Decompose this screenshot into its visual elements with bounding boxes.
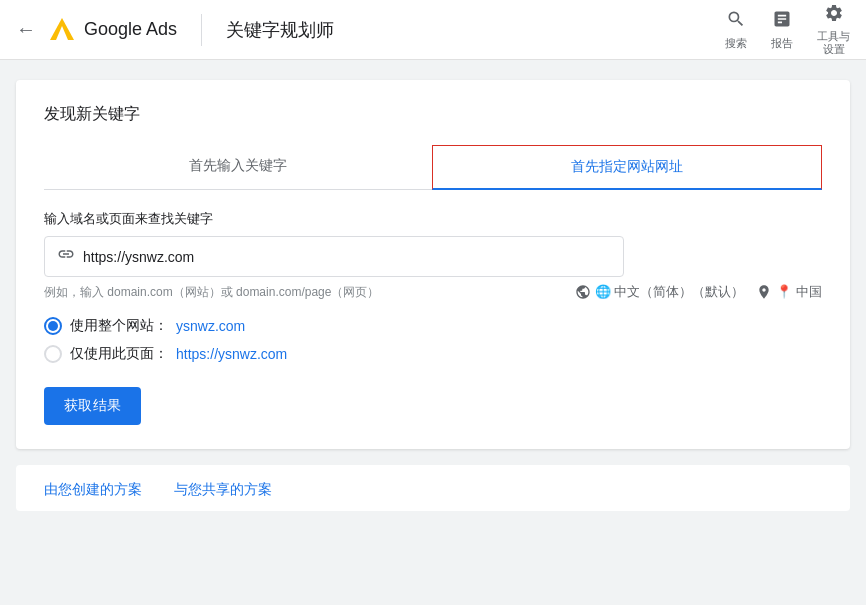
radio-this-page-indicator <box>44 345 62 363</box>
language-label: 🌐 中文（简体）（默认） <box>595 283 745 301</box>
region-selector[interactable]: 📍 中国 <box>756 283 822 301</box>
back-button[interactable]: ← <box>16 18 36 41</box>
page-title: 关键字规划师 <box>226 18 334 42</box>
logo <box>48 16 76 44</box>
radio-group: 使用整个网站： ysnwz.com 仅使用此页面： https://ysnwz.… <box>44 317 822 363</box>
link-icon <box>57 245 75 268</box>
bottom-section: 由您创建的方案 与您共享的方案 <box>16 465 850 511</box>
nav-report[interactable]: 报告 <box>771 9 793 51</box>
header-divider <box>201 14 202 46</box>
region-label: 📍 中国 <box>776 283 822 301</box>
lang-region: 🌐 中文（简体）（默认） 📍 中国 <box>575 283 822 301</box>
app-header: ← Google Ads 关键字规划师 搜索 报告 <box>0 0 866 60</box>
tab-shared[interactable]: 与您共享的方案 <box>174 481 272 503</box>
this-page-link[interactable]: https://ysnwz.com <box>176 346 287 362</box>
radio-whole-site-label: 使用整个网站： <box>70 317 168 335</box>
radio-this-page[interactable]: 仅使用此页面： https://ysnwz.com <box>44 345 822 363</box>
hint-text: 例如，输入 domain.com（网站）或 domain.com/page（网页… <box>44 284 379 301</box>
globe-icon <box>575 284 591 300</box>
tab-keywords[interactable]: 首先输入关键字 <box>44 145 432 189</box>
nav-search-label: 搜索 <box>725 36 747 51</box>
app-name: Google Ads <box>84 19 177 40</box>
location-icon <box>756 284 772 300</box>
submit-button[interactable]: 获取结果 <box>44 387 141 425</box>
language-selector[interactable]: 🌐 中文（简体）（默认） <box>575 283 745 301</box>
card-title: 发现新关键字 <box>44 104 822 125</box>
header-left: ← Google Ads 关键字规划师 <box>16 14 725 46</box>
hint-row: 例如，输入 domain.com（网站）或 domain.com/page（网页… <box>44 283 822 301</box>
nav-report-label: 报告 <box>771 36 793 51</box>
report-icon <box>772 9 792 34</box>
tab-website[interactable]: 首先指定网站网址 <box>432 145 822 190</box>
radio-whole-site-indicator <box>44 317 62 335</box>
header-nav: 搜索 报告 工具与设置 <box>725 3 850 56</box>
url-input-wrapper[interactable] <box>44 236 624 277</box>
whole-site-link[interactable]: ysnwz.com <box>176 318 245 334</box>
discover-card: 发现新关键字 首先输入关键字 首先指定网站网址 输入域名或页面来查找关键字 例如… <box>16 80 850 449</box>
search-icon <box>726 9 746 34</box>
nav-tools-label: 工具与设置 <box>817 30 850 56</box>
nav-tools[interactable]: 工具与设置 <box>817 3 850 56</box>
tabs-container: 首先输入关键字 首先指定网站网址 <box>44 145 822 190</box>
radio-this-page-label: 仅使用此页面： <box>70 345 168 363</box>
tab-created[interactable]: 由您创建的方案 <box>44 481 142 503</box>
main-content: 发现新关键字 首先输入关键字 首先指定网站网址 输入域名或页面来查找关键字 例如… <box>0 60 866 531</box>
nav-search[interactable]: 搜索 <box>725 9 747 51</box>
url-input[interactable] <box>83 249 611 265</box>
tools-icon <box>824 3 844 28</box>
bottom-tabs: 由您创建的方案 与您共享的方案 <box>44 465 822 511</box>
logo-icon <box>48 16 76 44</box>
form-label: 输入域名或页面来查找关键字 <box>44 210 822 228</box>
radio-whole-site[interactable]: 使用整个网站： ysnwz.com <box>44 317 822 335</box>
